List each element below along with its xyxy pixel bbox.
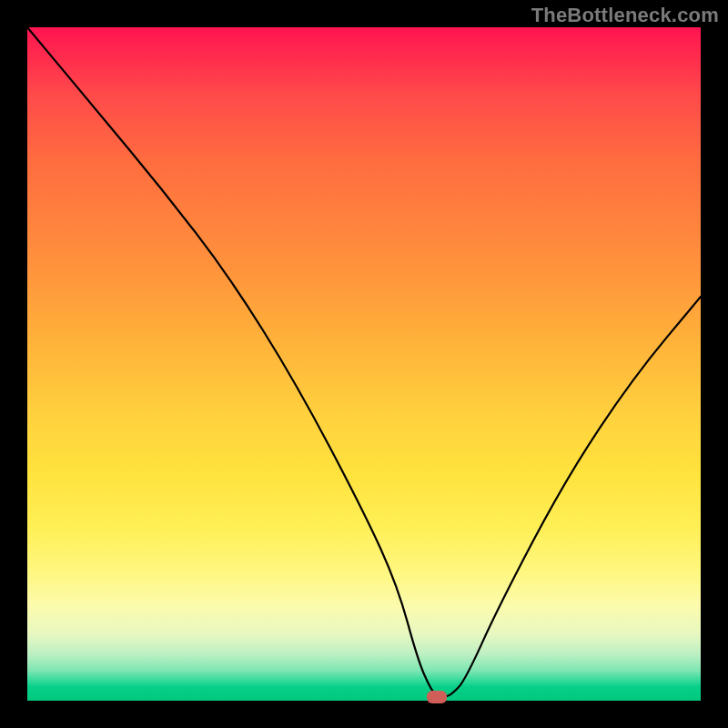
bottleneck-curve (27, 27, 701, 701)
chart-frame: TheBottleneck.com (0, 0, 728, 728)
minimum-marker-dot (427, 691, 447, 703)
plot-area (27, 27, 701, 701)
watermark-text: TheBottleneck.com (531, 4, 719, 27)
